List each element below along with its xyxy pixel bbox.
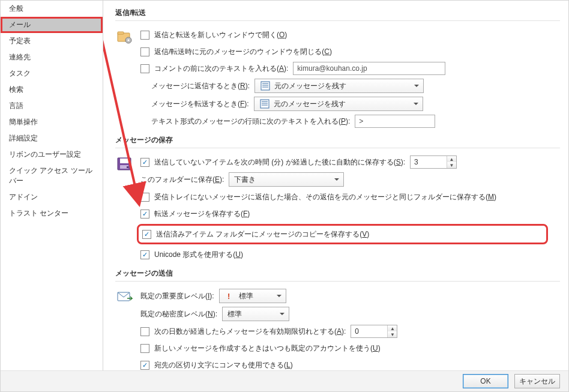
lbl-save-folder: このフォルダーに保存(E): — [140, 175, 224, 185]
cancel-button[interactable]: キャンセル — [514, 374, 560, 388]
lbl-when-forwarding: メッセージを転送するとき(F): — [151, 99, 249, 109]
highlight-save-copy-sent: 送信済みアイテム フォルダーにメッセージのコピーを保存する(V) — [137, 224, 548, 244]
spin-up-icon[interactable]: ▲ — [447, 156, 456, 162]
section-reply-forward: 返信/転送 返信と転送を新しいウィンドウで開く(O) — [115, 4, 560, 128]
svg-point-3 — [128, 40, 130, 41]
chk-save-forward[interactable] — [140, 210, 149, 219]
chk-reply-same-folder[interactable] — [140, 193, 149, 202]
spin-up-icon[interactable]: ▲ — [387, 325, 397, 331]
select-importance-value: 標準 — [239, 291, 253, 301]
lbl-save-forward: 転送メッセージを保存する(F) — [154, 209, 250, 219]
section-saving: メッセージの保存 送信していないアイテムを次の時間 (分) が経過した後に自動的… — [115, 131, 560, 261]
chk-save-copy-sent[interactable] — [142, 230, 151, 239]
lbl-use-unicode: Unicode 形式を使用する(U) — [154, 250, 243, 260]
select-forward-action-value: 元のメッセージを残す — [274, 99, 346, 109]
content-scroll[interactable]: 返信/転送 返信と転送を新しいウィンドウで開く(O) — [103, 1, 568, 370]
lbl-sensitivity: 既定の秘密度レベル(N): — [140, 309, 217, 319]
exclamation-icon: ! — [224, 291, 235, 301]
input-plain-prefix[interactable] — [355, 115, 435, 128]
sidebar-item-calendar[interactable]: 予定表 — [1, 33, 103, 49]
select-reply-action[interactable]: 元のメッセージを残す — [254, 79, 424, 93]
select-sensitivity[interactable]: 標準 — [222, 307, 289, 321]
sidebar-item-language[interactable]: 言語 — [1, 98, 103, 114]
lbl-prefix-comment: コメントの前に次のテキストを入れる(A): — [154, 64, 288, 74]
lbl-open-new-window: 返信と転送を新しいウィンドウで開く(O) — [154, 30, 287, 40]
chk-open-new-window[interactable] — [140, 31, 149, 40]
select-save-folder[interactable]: 下書き — [229, 172, 344, 187]
select-forward-action[interactable]: 元のメッセージを残す — [254, 97, 423, 111]
spin-expire-days-value: 0 — [351, 327, 387, 336]
reply-forward-icon — [115, 28, 134, 128]
sidebar-item-contacts[interactable]: 連絡先 — [1, 49, 103, 65]
sidebar-item-tasks[interactable]: タスク — [1, 65, 103, 82]
svg-text:!: ! — [227, 292, 230, 300]
sidebar-item-advanced[interactable]: 詳細設定 — [1, 130, 103, 146]
sidebar-item-qat[interactable]: クイック アクセス ツール バー — [1, 163, 103, 189]
sidebar-item-search[interactable]: 検索 — [1, 82, 103, 98]
lbl-save-copy-sent: 送信済みアイテム フォルダーにメッセージのコピーを保存する(V) — [156, 229, 369, 240]
lbl-expire: 次の日数が経過したらメッセージを有効期限切れとする(A): — [154, 327, 346, 337]
section-title-reply-forward: 返信/転送 — [115, 4, 560, 21]
chk-use-unicode[interactable] — [140, 250, 149, 259]
message-lines-icon — [259, 98, 270, 109]
options-dialog: 全般 メール 予定表 連絡先 タスク 検索 言語 簡単操作 詳細設定 リボンのユ… — [0, 0, 569, 392]
category-sidebar: 全般 メール 予定表 連絡先 タスク 検索 言語 簡単操作 詳細設定 リボンのユ… — [1, 1, 103, 370]
select-importance[interactable]: ! 標準 — [219, 289, 286, 303]
lbl-default-account: 新しいメッセージを作成するときはいつも既定のアカウントを使う(U) — [154, 343, 381, 354]
chk-autosave[interactable] — [140, 158, 149, 167]
section-sending: メッセージの送信 既定の重要度レベル(I): ! 標準 — [115, 265, 560, 370]
input-prefix-comment[interactable] — [293, 62, 445, 75]
lbl-comma-separator: 宛先の区切り文字にコンマも使用できる(L) — [154, 360, 293, 370]
content-pane: 返信/転送 返信と転送を新しいウィンドウで開く(O) — [103, 1, 568, 370]
sidebar-item-general[interactable]: 全般 — [1, 1, 103, 17]
sidebar-item-ribbon[interactable]: リボンのユーザー設定 — [1, 146, 103, 163]
svg-rect-4 — [261, 82, 269, 90]
lbl-when-replying: メッセージに返信するとき(R): — [151, 81, 250, 91]
sidebar-item-addins[interactable]: アドイン — [1, 189, 103, 205]
lbl-reply-same-folder: 受信トレイにないメッセージに返信した場合、その返信を元のメッセージと同じフォルダ… — [154, 192, 496, 202]
dialog-footer: OK キャンセル — [1, 370, 568, 391]
lbl-importance: 既定の重要度レベル(I): — [140, 291, 214, 301]
section-title-saving: メッセージの保存 — [115, 131, 560, 148]
message-lines-icon — [260, 80, 271, 91]
dialog-body: 全般 メール 予定表 連絡先 タスク 検索 言語 簡単操作 詳細設定 リボンのユ… — [1, 1, 568, 370]
sidebar-item-trust-center[interactable]: トラスト センター — [1, 205, 103, 222]
spin-down-icon[interactable]: ▼ — [387, 331, 397, 337]
svg-rect-1 — [118, 32, 124, 34]
chk-close-original[interactable] — [140, 47, 149, 56]
spin-autosave-minutes-value: 3 — [411, 158, 447, 166]
svg-rect-13 — [120, 158, 128, 163]
sidebar-item-accessibility[interactable]: 簡単操作 — [1, 114, 103, 130]
select-reply-action-value: 元のメッセージを残す — [274, 81, 346, 91]
spin-expire-days[interactable]: 0 ▲▼ — [351, 325, 397, 338]
svg-rect-15 — [127, 166, 128, 168]
select-sensitivity-value: 標準 — [227, 309, 242, 319]
chk-default-account[interactable] — [140, 344, 149, 353]
sidebar-item-mail[interactable]: メール — [1, 17, 103, 33]
lbl-close-original: 返信/転送時に元のメッセージのウィンドウを閉じる(C) — [154, 47, 332, 57]
lbl-plain-prefix: テキスト形式のメッセージの行頭に次のテキストを入れる(P): — [151, 116, 350, 127]
lbl-autosave: 送信していないアイテムを次の時間 (分) が経過した後に自動的に保存する(S): — [154, 157, 405, 167]
svg-rect-8 — [260, 100, 269, 108]
chk-expire[interactable] — [140, 327, 149, 336]
save-disk-icon — [115, 155, 134, 261]
chk-comma-separator[interactable] — [140, 361, 149, 370]
ok-button[interactable]: OK — [463, 374, 508, 388]
spin-autosave-minutes[interactable]: 3 ▲▼ — [410, 155, 457, 169]
section-title-sending: メッセージの送信 — [115, 265, 560, 282]
spin-down-icon[interactable]: ▼ — [447, 162, 456, 168]
chk-prefix-comment[interactable] — [140, 64, 149, 73]
envelope-arrow-icon — [115, 289, 134, 370]
select-save-folder-value: 下書き — [234, 175, 256, 185]
